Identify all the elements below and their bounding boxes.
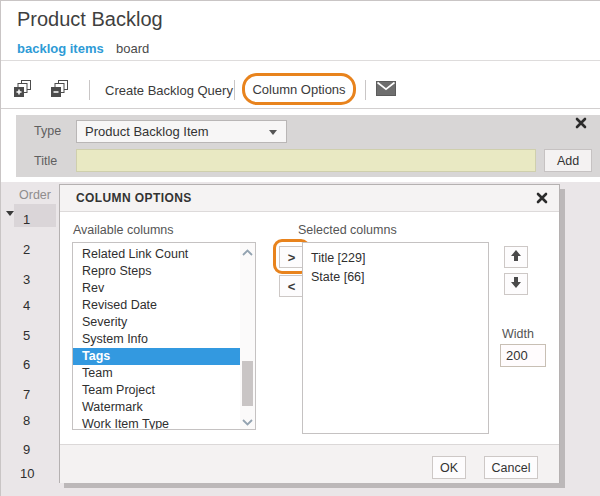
dialog-footer: OK Cancel bbox=[60, 444, 559, 483]
order-column-header: Order bbox=[19, 188, 51, 202]
column-options-annotation-ring: Column Options bbox=[242, 73, 356, 105]
available-columns-items: Related Link CountRepro StepsRevRevised … bbox=[73, 243, 240, 429]
width-label: Width bbox=[502, 327, 534, 341]
backlog-row-order-10[interactable]: 10 bbox=[20, 466, 34, 481]
available-column-revised-date[interactable]: Revised Date bbox=[73, 297, 240, 314]
backlog-row-order-4[interactable]: 4 bbox=[23, 298, 30, 313]
available-column-rev[interactable]: Rev bbox=[73, 280, 240, 297]
available-column-team-project[interactable]: Team Project bbox=[73, 382, 240, 399]
triangle-down-icon[interactable] bbox=[6, 211, 14, 216]
selected-column-item[interactable]: State [66] bbox=[303, 268, 488, 287]
create-backlog-query-button[interactable]: Create Backlog Query bbox=[105, 83, 233, 98]
scrollbar-thumb[interactable] bbox=[242, 361, 253, 406]
backlog-row-order-2[interactable]: 2 bbox=[23, 242, 30, 257]
toolbar-separator bbox=[365, 80, 366, 100]
arrow-down-icon bbox=[510, 276, 522, 292]
available-column-repro-steps[interactable]: Repro Steps bbox=[73, 263, 240, 280]
close-add-panel-button[interactable] bbox=[571, 115, 591, 133]
chevron-up-icon bbox=[242, 242, 253, 260]
tab-backlog-items[interactable]: backlog items bbox=[17, 41, 104, 56]
title-input[interactable] bbox=[76, 149, 536, 172]
expand-all-icon bbox=[13, 84, 32, 101]
available-column-work-item-type[interactable]: Work Item Type bbox=[73, 416, 240, 429]
email-button[interactable] bbox=[376, 81, 398, 103]
move-left-button[interactable]: < bbox=[279, 275, 304, 297]
dialog-title: COLUMN OPTIONS bbox=[76, 185, 192, 211]
available-columns-list: Related Link CountRepro StepsRevRevised … bbox=[72, 242, 256, 430]
move-down-button[interactable] bbox=[504, 273, 528, 295]
available-column-severity[interactable]: Severity bbox=[73, 314, 240, 331]
title-label: Title bbox=[34, 154, 57, 168]
ok-button[interactable]: OK bbox=[432, 456, 466, 479]
selected-row-highlight bbox=[14, 204, 56, 227]
arrow-up-icon bbox=[510, 249, 522, 265]
chevron-down-icon bbox=[242, 412, 253, 430]
collapse-all-icon bbox=[50, 84, 69, 101]
type-label: Type bbox=[34, 124, 61, 138]
column-options-button[interactable]: Column Options bbox=[252, 82, 345, 97]
type-select-value: Product Backlog Item bbox=[85, 124, 209, 139]
expand-all-button[interactable] bbox=[13, 79, 35, 101]
available-column-team[interactable]: Team bbox=[73, 365, 240, 382]
backlog-row-order-9[interactable]: 9 bbox=[23, 442, 30, 457]
page-title: Product Backlog bbox=[17, 8, 163, 31]
move-right-button[interactable]: > bbox=[279, 246, 304, 268]
backlog-row-order-5[interactable]: 5 bbox=[23, 328, 30, 343]
selected-columns-items: Title [229]State [66] bbox=[303, 243, 488, 433]
backlog-row-order-6[interactable]: 6 bbox=[23, 357, 30, 372]
column-options-dialog: COLUMN OPTIONS Available columns Related… bbox=[59, 184, 560, 483]
dialog-close-button[interactable] bbox=[534, 191, 550, 207]
available-column-related-link-count[interactable]: Related Link Count bbox=[73, 246, 240, 263]
available-column-tags[interactable]: Tags bbox=[73, 348, 240, 365]
selected-column-item[interactable]: Title [229] bbox=[303, 249, 488, 268]
available-columns-label: Available columns bbox=[73, 223, 174, 237]
x-mark-icon bbox=[536, 190, 548, 208]
collapse-all-button[interactable] bbox=[50, 79, 72, 101]
scroll-down-button[interactable] bbox=[240, 413, 255, 429]
tabs-divider bbox=[1, 60, 600, 61]
work-item-type-select[interactable]: Product Backlog Item bbox=[76, 120, 287, 143]
available-column-watermark[interactable]: Watermark bbox=[73, 399, 240, 416]
cancel-button[interactable]: Cancel bbox=[484, 456, 538, 479]
available-column-system-info[interactable]: System Info bbox=[73, 331, 240, 348]
available-list-scrollbar[interactable] bbox=[240, 243, 255, 429]
backlog-row-order-3[interactable]: 3 bbox=[23, 272, 30, 287]
tab-board[interactable]: board bbox=[116, 41, 149, 56]
add-button[interactable]: Add bbox=[544, 149, 592, 172]
selected-columns-list: Title [229]State [66] bbox=[302, 242, 489, 434]
toolbar-separator bbox=[89, 80, 90, 100]
backlog-row-order-7[interactable]: 7 bbox=[23, 387, 30, 402]
backlog-row-order-8[interactable]: 8 bbox=[23, 413, 30, 428]
toolbar-separator bbox=[234, 80, 235, 100]
dialog-titlebar: COLUMN OPTIONS bbox=[60, 185, 559, 212]
backlog-row-order-1[interactable]: 1 bbox=[23, 212, 30, 227]
product-backlog-page: Product Backlog backlog items board Crea… bbox=[0, 0, 600, 496]
envelope-icon bbox=[376, 82, 396, 99]
toolbar-divider bbox=[1, 108, 600, 109]
move-up-button[interactable] bbox=[504, 246, 528, 268]
selected-columns-label: Selected columns bbox=[298, 223, 397, 237]
width-input[interactable] bbox=[500, 344, 546, 367]
caret-down-icon bbox=[269, 130, 277, 135]
scroll-up-button[interactable] bbox=[240, 243, 255, 259]
x-mark-icon bbox=[575, 115, 587, 133]
